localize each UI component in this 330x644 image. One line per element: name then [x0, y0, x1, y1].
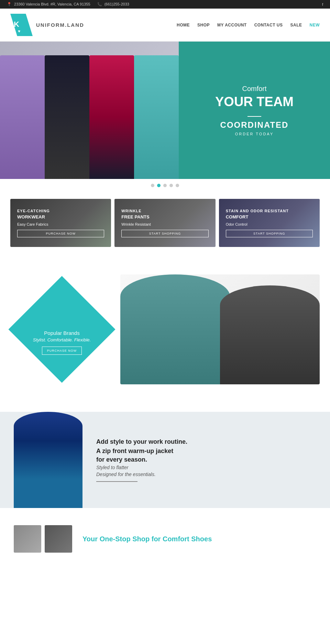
hero-slider: Comfort YOUR TEAM COORDINATED ORDER TODA… — [0, 42, 330, 192]
nav-contact-us[interactable]: CONTACT US — [254, 23, 283, 27]
promo-2-subtitle: FREE PANTS — [121, 214, 208, 219]
hero-comfort-text: Comfort — [242, 85, 266, 93]
phone-info: 📞 (661)255-2033 — [97, 2, 129, 7]
promo-3-subtitle: COMFORT — [226, 214, 313, 219]
hero-divider — [248, 116, 261, 117]
nav-new[interactable]: NEW — [310, 23, 320, 27]
promo-1-desc: Easy Care Fabrics — [17, 222, 104, 226]
diamond-popular: Popular Brands — [33, 330, 91, 336]
hero-coordinated-text: COORDINATED — [220, 120, 289, 130]
figure-4 — [134, 42, 179, 179]
promo-2-btn[interactable]: START SHOPPING — [121, 230, 208, 237]
hero-models — [0, 42, 179, 179]
nav-shop[interactable]: SHOP — [197, 23, 210, 27]
phone-text: (661)255-2033 — [104, 2, 129, 6]
shoes-images — [14, 525, 72, 553]
top-bar: 📍 23360 Valencia Blvd. #R, Valencia, CA … — [0, 0, 330, 9]
dot-3[interactable] — [163, 184, 167, 187]
shoe-image-2 — [45, 525, 72, 553]
promo-2-title: WRINKLE — [121, 209, 208, 213]
figure-body-4 — [134, 55, 179, 179]
figure-3 — [89, 42, 134, 179]
hero-figures — [0, 42, 179, 179]
address-text: 23360 Valencia Blvd. #R, Valencia, CA 91… — [14, 2, 90, 6]
svg-text:♥: ♥ — [18, 29, 20, 34]
promo-1-title: EYE-CATCHING — [17, 209, 104, 213]
figure-1 — [0, 42, 45, 179]
shoes-title: Your One-Stop Shop for Comfort Shoes — [82, 535, 212, 543]
main-nav: HOME SHOP MY ACCOUNT CONTACT US SALE NEW — [177, 23, 320, 27]
jacket-line2: A zip front warm-up jacket — [96, 448, 316, 455]
promo-2-desc: Wrinkle Resistant — [121, 222, 208, 226]
phone-icon: 📞 — [97, 2, 102, 6]
diamond-shape — [8, 276, 115, 383]
diamond-models — [120, 274, 320, 384]
nav-sale[interactable]: SALE — [290, 23, 302, 27]
jacket-model-image — [14, 412, 82, 508]
site-header: K ♥ UNIFORM.LAND HOME SHOP MY ACCOUNT CO… — [0, 9, 330, 42]
dot-1[interactable] — [151, 184, 154, 187]
jacket-text: Add style to your work routine. A zip fr… — [96, 438, 316, 482]
jacket-line1: Add style to your work routine. — [96, 438, 316, 445]
jacket-italic1: Styled to flatter — [96, 465, 316, 470]
hero-cta: Comfort YOUR TEAM COORDINATED ORDER TODA… — [179, 42, 330, 179]
promo-card-3: STAIN AND ODOR RESISTANT COMFORT Odor Co… — [219, 199, 320, 247]
figure-body-2 — [45, 55, 89, 179]
logo-link[interactable]: K ♥ UNIFORM.LAND — [10, 14, 84, 36]
shoe-image-1 — [14, 525, 41, 553]
model-figure-1 — [120, 274, 230, 384]
jacket-line3: for every season. — [96, 456, 316, 463]
jacket-section: Add style to your work routine. A zip fr… — [0, 412, 330, 508]
dot-2[interactable] — [157, 184, 161, 187]
logo-text: UNIFORM.LAND — [36, 22, 84, 28]
diamond-tagline: Stylist. Comfortable. Flexible. — [33, 337, 91, 342]
promo-3-btn[interactable]: START SHOPPING — [226, 230, 313, 237]
diamond-section: Great prices Popular Brands Stylist. Com… — [0, 254, 330, 405]
promo-3-title: STAIN AND ODOR RESISTANT — [226, 209, 313, 213]
diamond-wrap: Great prices Popular Brands Stylist. Com… — [10, 278, 113, 381]
promo-3-desc: Odor Control — [226, 222, 313, 226]
promo-1-subtitle: WORKWEAR — [17, 214, 104, 219]
figure-body-3 — [89, 55, 134, 179]
dot-5[interactable] — [176, 184, 179, 187]
slider-dots — [0, 179, 330, 192]
logo-icon: K ♥ — [10, 14, 33, 36]
nav-home[interactable]: HOME — [177, 23, 190, 27]
figure-body-1 — [0, 55, 45, 179]
nav-my-account[interactable]: MY ACCOUNT — [217, 23, 247, 27]
jacket-divider — [96, 481, 138, 482]
hero-team-text: YOUR TEAM — [215, 94, 294, 109]
model-figure-2 — [220, 285, 320, 384]
promo-card-1: EYE-CATCHING WORKWEAR Easy Care Fabrics … — [10, 199, 111, 247]
hero-order-text: ORDER TODAY — [235, 132, 274, 136]
social-links[interactable]: f — [322, 2, 323, 7]
jacket-italic2: Designed for the essentials. — [96, 472, 316, 477]
diamond-purchase-btn[interactable]: PURCHASE NOW — [42, 347, 82, 355]
promo-card-2: WRINKLE FREE PANTS Wrinkle Resistant STA… — [114, 199, 215, 247]
hero-inner: Comfort YOUR TEAM COORDINATED ORDER TODA… — [0, 42, 330, 179]
figure-2 — [45, 42, 89, 179]
svg-text:K: K — [14, 20, 19, 29]
facebook-icon[interactable]: f — [322, 2, 323, 7]
promo-1-btn[interactable]: PURCHASE NOW — [17, 230, 104, 237]
dot-4[interactable] — [169, 184, 173, 187]
promo-row: EYE-CATCHING WORKWEAR Easy Care Fabrics … — [0, 192, 330, 254]
shoes-section: Your One-Stop Shop for Comfort Shoes — [0, 515, 330, 563]
address-info: 📍 23360 Valencia Blvd. #R, Valencia, CA … — [7, 2, 90, 7]
location-icon: 📍 — [7, 2, 12, 6]
top-bar-left: 📍 23360 Valencia Blvd. #R, Valencia, CA … — [7, 2, 129, 7]
diamond-text-wrap: Popular Brands Stylist. Comfortable. Fle… — [33, 330, 91, 355]
